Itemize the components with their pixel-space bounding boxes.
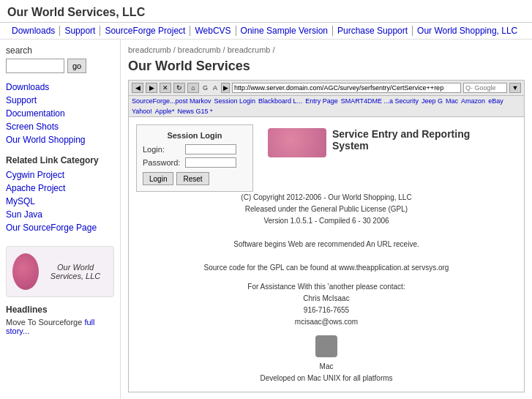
browser-go-button[interactable]: ▶ [221, 83, 230, 93]
bookmark-mac[interactable]: Mac [446, 97, 458, 105]
url-text: Software begins Web are recommended An U… [136, 239, 517, 250]
sidebar-logo-text: Our World Services, LLC [43, 263, 108, 280]
browser-toolbar: ◀ ▶ ✕ ↻ ⌂ G A ▶ ▼ [129, 81, 524, 96]
version-text: Version 1.0.5.1 - Compiled 6 - 30 2006 [136, 215, 517, 227]
browser-frame: ◀ ▶ ✕ ↻ ⌂ G A ▶ ▼ SourceForge...post Mar… [128, 80, 525, 392]
bookmark-jeep[interactable]: Jeep G [422, 97, 443, 105]
mac-subtext: Developed on Mac UNIX for all platforms [136, 373, 517, 384]
mac-icon [315, 335, 337, 357]
sidebar-item-screenshots[interactable]: Screen Shots [6, 120, 114, 133]
nav-shopping[interactable]: Our World Shopping, LLC [413, 26, 522, 36]
mac-icon-section: Mac Developed on Mac UNIX for all platfo… [136, 335, 517, 384]
headlines-title: Headlines [6, 305, 114, 315]
related-nav: Cygwin Project Apache Project MySQL Sun … [6, 168, 114, 234]
service-title: Service Entry and Reporting System [332, 128, 470, 152]
site-header: Our World Services, LLC [0, 0, 532, 23]
source-text: Source code for the GPL can be found at … [136, 262, 517, 274]
sidebar-item-apache[interactable]: Apache Project [6, 182, 114, 195]
service-title-line2: System [332, 140, 470, 152]
url-bar[interactable] [232, 83, 461, 93]
bookmark-session[interactable]: Session Login [214, 97, 256, 105]
bookmark-news[interactable]: News G15 * [177, 108, 212, 115]
copyright-text: (C) Copyright 2012-2006 - Our World Shop… [136, 192, 517, 204]
top-navigation: Downloads Support SourceForge Project We… [0, 23, 532, 40]
bookmark-blackboard[interactable]: Blackboard L... [258, 97, 302, 105]
nav-support[interactable]: Support [60, 26, 100, 36]
search-row: go [6, 59, 114, 73]
browser-refresh-button[interactable]: ↻ [173, 83, 185, 93]
bookmark-sourceforge[interactable]: SourceForge...post Markov [132, 97, 211, 105]
sidebar-item-downloads[interactable]: Downloads [6, 81, 114, 94]
nav-purchase[interactable]: Purchase Support [333, 26, 413, 36]
browser-forward-button[interactable]: ▶ [146, 83, 157, 93]
logo-circle-icon [12, 253, 39, 290]
session-login-title: Session Login [143, 131, 247, 140]
bookmark-smart[interactable]: SMART4DME ...a Security [341, 97, 419, 105]
browser-back-button[interactable]: ◀ [132, 83, 143, 93]
headlines-text: Move To Sourceforge [6, 318, 84, 327]
contact-section: For Assistance With this 'another please… [136, 281, 517, 328]
login-row: Login: [143, 144, 247, 154]
browser-stop-button[interactable]: ✕ [160, 83, 171, 93]
sidebar-item-mysql[interactable]: MySQL [6, 195, 114, 208]
service-title-line1: Service Entry and Reporting [332, 128, 470, 140]
license-text: Released under the General Public Licens… [136, 204, 517, 215]
contact-email: mcisaac@ows.com [136, 316, 517, 328]
password-row: Password: [143, 157, 247, 168]
related-section-title: Related Link Category [6, 155, 114, 165]
site-title: Our World Services, LLC [7, 6, 525, 19]
service-header: Service Entry and Reporting System [268, 128, 470, 157]
sidebar-logo: Our World Services, LLC [6, 246, 114, 297]
content-body: (C) Copyright 2012-2006 - Our World Shop… [136, 192, 517, 384]
main-content: breadcrumb / breadcrumb / breadcrumb / O… [121, 40, 532, 399]
page-layout: search go Downloads Support Documentatio… [0, 40, 532, 399]
go-button[interactable]: go [67, 59, 86, 73]
page-title: Our World Services [128, 59, 525, 74]
search-input[interactable] [6, 59, 64, 73]
browser-search-button[interactable]: ▼ [509, 83, 521, 93]
sidebar-item-support[interactable]: Support [6, 94, 114, 107]
nav-webcvs[interactable]: WebCVS [190, 26, 236, 36]
sidebar-nav: Downloads Support Documentation Screen S… [6, 81, 114, 146]
password-input[interactable] [185, 157, 236, 168]
session-login-box: Session Login Login: Password: Login Res… [136, 124, 253, 192]
login-buttons: Login Reset [143, 172, 247, 185]
nav-sourceforge[interactable]: SourceForge Project [100, 26, 190, 36]
browser-a-label: A [211, 84, 219, 92]
sidebar-item-sunjava[interactable]: Sun Java [6, 208, 114, 221]
mac-label: Mac [136, 361, 517, 373]
headlines-section: Headlines Move To Sourceforge full story… [6, 305, 114, 335]
breadcrumb: breadcrumb / breadcrumb / breadcrumb / [128, 45, 525, 54]
login-button[interactable]: Login [143, 172, 173, 185]
contact-title: For Assistance With this 'another please… [136, 281, 517, 293]
browser-g-label: G [201, 84, 209, 92]
sidebar-item-cygwin[interactable]: Cygwin Project [6, 168, 114, 182]
bookmark-amazon[interactable]: Amazon [461, 97, 485, 105]
sidebar: search go Downloads Support Documentatio… [0, 40, 121, 399]
bookmark-entry[interactable]: Entry Page [305, 97, 338, 105]
search-label: search [6, 45, 114, 56]
sidebar-item-ourworldshopping[interactable]: Our World Shopping [6, 133, 114, 146]
sidebar-item-sourceforge[interactable]: Our SourceForge Page [6, 221, 114, 234]
nav-downloads[interactable]: Downloads [7, 26, 60, 36]
nav-sample[interactable]: Onine Sample Version [236, 26, 333, 36]
password-label: Password: [143, 158, 183, 167]
ows-logo-small [268, 128, 326, 157]
bookmark-ebay[interactable]: eBay [488, 97, 503, 105]
browser-bookmarks-bar: SourceForge...post Markov Session Login … [129, 96, 524, 117]
contact-name: Chris McIsaac [136, 293, 517, 305]
login-label: Login: [143, 145, 183, 154]
headlines-content: Move To Sourceforge full story... [6, 318, 114, 335]
login-input[interactable] [185, 144, 236, 154]
bookmark-apple[interactable]: Apple* [155, 108, 175, 115]
browser-home-button[interactable]: ⌂ [187, 83, 199, 93]
sidebar-item-documentation[interactable]: Documentation [6, 107, 114, 120]
bookmark-yahoo[interactable]: Yahoo! [132, 108, 152, 115]
browser-content: Session Login Login: Password: Login Res… [129, 117, 524, 392]
browser-search-input[interactable] [463, 83, 507, 93]
reset-button[interactable]: Reset [176, 172, 209, 185]
contact-phone: 916-716-7655 [136, 305, 517, 316]
